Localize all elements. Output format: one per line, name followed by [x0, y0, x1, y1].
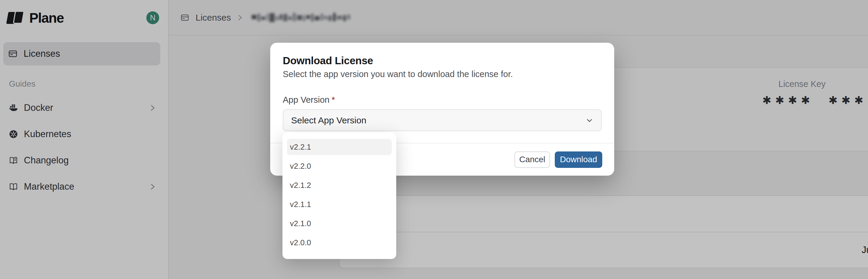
app-root: Plane N Licenses Guides [0, 0, 868, 279]
version-option[interactable]: v2.2.1 [287, 139, 392, 155]
cancel-button[interactable]: Cancel [515, 151, 550, 168]
version-option[interactable]: v2.1.0 [287, 215, 392, 231]
modal-subtitle: Select the app version you want to downl… [283, 70, 602, 79]
chevron-down-icon [586, 117, 593, 124]
modal-title: Download License [283, 55, 602, 66]
version-option[interactable]: v2.1.2 [287, 177, 392, 193]
select-placeholder: Select App Version [291, 115, 366, 125]
version-option[interactable]: v2.2.0 [287, 158, 392, 174]
version-option[interactable]: v2.1.1 [287, 196, 392, 212]
required-marker: * [332, 95, 335, 104]
app-version-select[interactable]: Select App Version [283, 109, 602, 131]
app-version-label: App Version* [283, 95, 602, 104]
version-option[interactable]: v2.0.0 [287, 235, 392, 251]
app-version-dropdown: v2.2.1 v2.2.0 v2.1.2 v2.1.1 v2.1.0 v2.0.… [282, 132, 396, 259]
download-button[interactable]: Download [555, 151, 602, 168]
